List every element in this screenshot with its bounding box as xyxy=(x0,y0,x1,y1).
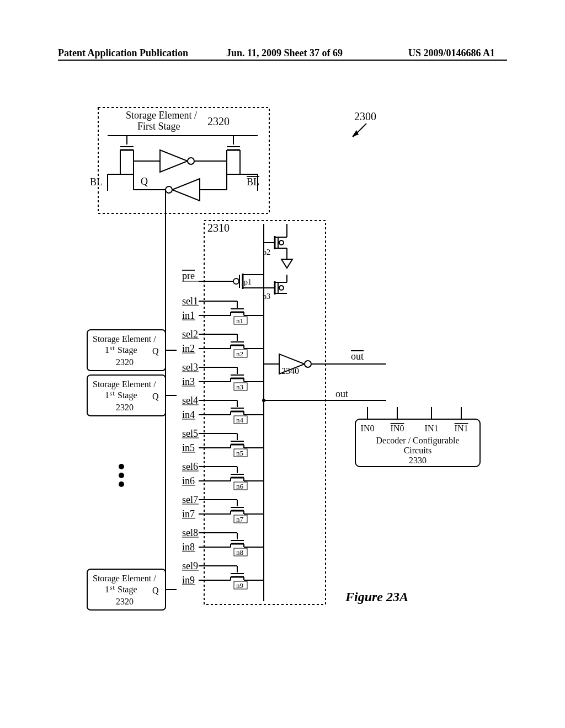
decoder-in0bar: IN0 xyxy=(391,424,404,433)
bl-label: BL xyxy=(90,176,103,188)
svg-text:Storage Element /: Storage Element / xyxy=(93,574,156,584)
sel-label: sel2 xyxy=(182,329,198,340)
in-label: in5 xyxy=(182,442,195,453)
svg-text:1ˢᵗ Stage: 1ˢᵗ Stage xyxy=(105,345,137,355)
storage-title2: First Stage xyxy=(137,121,180,132)
svg-marker-1 xyxy=(352,130,359,137)
ellipsis-dot xyxy=(119,473,124,478)
figure-svg: 2300 Storage Element / First Stage 2320 … xyxy=(0,0,565,728)
svg-marker-47 xyxy=(281,259,292,268)
svg-text:2320: 2320 xyxy=(116,597,134,606)
in-label: in7 xyxy=(182,508,195,520)
svg-text:2320: 2320 xyxy=(116,357,134,367)
sel-label: sel1 xyxy=(182,296,198,307)
access-transistor-left xyxy=(108,136,134,174)
inverter-fwd xyxy=(160,150,188,172)
in-label: in3 xyxy=(182,376,195,387)
ellipsis-dot xyxy=(119,481,124,487)
svg-text:1ˢᵗ Stage: 1ˢᵗ Stage xyxy=(105,390,137,400)
sel-label: sel6 xyxy=(182,461,198,472)
decoder-in1bar: IN1 xyxy=(455,424,468,433)
svg-point-155 xyxy=(305,361,311,367)
p3-transistor: p3 xyxy=(263,275,287,301)
decoder-line1: Decoder / Configurable xyxy=(376,436,459,446)
sel-label: sel4 xyxy=(182,395,198,406)
svg-text:Q: Q xyxy=(152,586,159,595)
n-label: n7 xyxy=(236,515,244,523)
svg-point-20 xyxy=(188,158,194,164)
figure-caption: Figure 23A xyxy=(345,590,408,604)
in-label: in8 xyxy=(182,542,195,553)
ref-2310: 2310 xyxy=(207,222,230,234)
svg-text:Q: Q xyxy=(152,346,159,356)
p1-label: p1 xyxy=(244,278,252,286)
in-label: in2 xyxy=(182,343,195,354)
n-label: n4 xyxy=(236,416,244,424)
pre-label: pre xyxy=(182,270,195,281)
svg-point-25 xyxy=(166,186,172,193)
n-label: n2 xyxy=(236,350,243,358)
ellipsis-dot xyxy=(119,464,124,469)
decoder-ref: 2330 xyxy=(409,456,427,465)
ref-2300: 2300 xyxy=(354,110,376,122)
n-label: n9 xyxy=(236,581,243,590)
svg-point-160 xyxy=(262,399,265,402)
storage-ref-top: 2320 xyxy=(207,115,230,127)
svg-text:Q: Q xyxy=(152,392,159,401)
svg-point-33 xyxy=(233,279,239,284)
out-label: out xyxy=(335,388,348,399)
n-label: n5 xyxy=(236,449,243,457)
sel-label: sel7 xyxy=(182,494,198,505)
storage-title1: Storage Element / xyxy=(126,110,197,121)
access-transistor-right xyxy=(227,136,258,174)
in-label: in9 xyxy=(182,575,195,586)
svg-text:1ˢᵗ Stage: 1ˢᵗ Stage xyxy=(105,585,137,595)
sel-label: sel8 xyxy=(182,527,198,538)
blbar-label: BL xyxy=(247,176,259,188)
inverter-rev xyxy=(172,179,200,201)
svg-point-51 xyxy=(279,286,284,290)
sel-label: sel3 xyxy=(182,362,198,373)
in-label: in1 xyxy=(182,310,195,321)
decoder-in1: IN1 xyxy=(425,424,439,433)
n-label: n6 xyxy=(236,482,244,490)
svg-text:Storage Element /: Storage Element / xyxy=(93,334,156,344)
svg-point-42 xyxy=(279,240,284,245)
ref-2340: 2340 xyxy=(281,366,299,376)
n-label: n1 xyxy=(236,317,243,325)
n-label: n8 xyxy=(236,548,243,556)
decoder-line2: Circuits xyxy=(404,446,432,455)
in-label: in4 xyxy=(182,409,195,420)
svg-text:2320: 2320 xyxy=(116,403,134,412)
out-bar-label: out xyxy=(351,351,364,362)
p2-label: p2 xyxy=(263,248,270,256)
q-label: Q xyxy=(141,176,148,187)
svg-text:Storage Element /: Storage Element / xyxy=(93,379,156,389)
p3-label: p3 xyxy=(263,292,270,301)
in-label: in6 xyxy=(182,475,195,486)
sel-label: sel9 xyxy=(182,560,198,571)
decoder-in0: IN0 xyxy=(361,424,375,433)
sel-label: sel5 xyxy=(182,428,198,439)
p2-transistor: p2 xyxy=(263,224,292,268)
n-label: n3 xyxy=(236,383,243,391)
